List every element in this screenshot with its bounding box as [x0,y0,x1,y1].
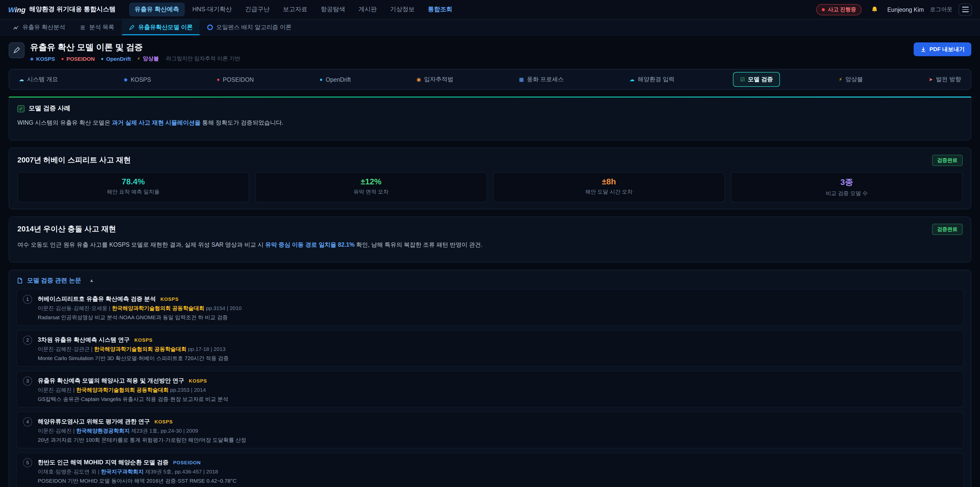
page-header-text: 유출유 확산 모델 이론 및 검증 ◆ KOSPS ● POSEIDON ● O [30,42,240,62]
tab-oil-fence-theory[interactable]: 오일펜스 배치 알고리즘 이론 [200,19,298,35]
section-tab-opendrift[interactable]: ●OpenDrift [312,72,358,87]
paper-number: 3 [23,376,32,385]
top-navbar: Wing 해양환경 위기대응 통합시스템 유출유 확산예측 HNS·대기확산 긴… [0,0,980,19]
case-2014-text: 여수 오동도 인근 원유 유출 사고를 KOSPS 모델로 재현한 결과, 실제… [18,241,963,249]
paper-pub: 제39권 5호, pp.436-457 | 2018 [145,468,218,474]
tab-spill-model-theory[interactable]: 유출유확산모델 이론 [122,19,199,35]
paper-title: 3차원 유출유 확산예측 시스템 연구 [38,336,130,342]
case-2014-card: 2014년 우이산 충돌 사고 재현 검증완료 여수 오동도 인근 원유 유출 … [9,217,971,262]
section-tab-ocean-input[interactable]: ☁해양환경 입력 [622,72,682,87]
app-title: 해양환경 위기대응 통합시스템 [29,5,116,14]
paper-number: 5 [23,458,32,467]
tab-analysis-list[interactable]: 분석 목록 [73,19,121,35]
stat-slick-area-error: ±12% 유막 면적 오차 [255,172,487,202]
section-tab-particle-tracking[interactable]: ◉입자추적법 [409,72,460,87]
intro-text-link[interactable]: 과거 실제 사고 재현 시뮬레이션을 [112,120,201,126]
validation-papers-card: 모델 검증 관련 논문 ▲ 1 허베이스피리트호 유출유 확산예측 검증 분석K… [9,270,971,487]
menu-icon[interactable] [959,3,972,16]
paper-model-badge: KOSPS [161,296,179,302]
page-tagline: 라그랑지안 입자추적 이론 기반 [166,55,240,62]
grid-icon: ▦ [519,77,524,82]
app-logo[interactable]: Wing 해양환경 위기대응 통합시스템 [8,5,116,14]
badge-ensemble: ⚡ 앙상블 [137,55,159,62]
sub-tab-bar: 유출유 확산분석 분석 목록 유출유확산모델 이론 오일펜스 배치 알고리즘 이… [0,19,980,36]
page-title: 유출유 확산 모델 이론 및 검증 [30,42,240,51]
check-icon: ☑ [740,77,745,82]
dot-icon: ● [61,56,64,61]
paper-row[interactable]: 1 허베이스피리트호 유출유 확산예측 검증 분석KOSPS 이문진·김선동·김… [16,289,964,326]
paper-model-badge: KOSPS [155,418,173,424]
nav-item-reports[interactable]: 보고자료 [277,3,313,16]
paper-model-badge: KOSPS [189,378,207,383]
section-tab-model-validation[interactable]: ☑모델 검증 [733,72,780,87]
paper-authors: 이문진·김혜진·강관근 [38,345,89,352]
incident-label: 사고 진행중 [828,6,856,13]
paper-pub: 제23권 1호, pp.24-30 | 2009 [131,427,198,433]
nav-item-aerial-search[interactable]: 항공탐색 [315,3,351,16]
nav-item-board[interactable]: 게시판 [353,3,382,16]
nav-item-spill-prediction[interactable]: 유출유 확산예측 [129,3,185,16]
paper-body: 3차원 유출유 확산예측 시스템 연구KOSPS 이문진·김혜진·강관근 | 한… [38,334,229,362]
app-root: Wing 해양환경 위기대응 통합시스템 유출유 확산예측 HNS·대기확산 긴… [0,0,980,487]
diamond-icon: ◆ [30,56,34,61]
section-tab-label: 모델 검증 [748,76,773,83]
section-tab-future-direction[interactable]: ➤발전 방향 [921,72,968,87]
paper-row[interactable]: 4 해양유류오염사고 위해도 평가에 관한 연구KOSPS 이문진·김혜진 | … [16,411,964,448]
paper-row[interactable]: 5 한반도 인근 해역 MOHID 지역 해양순환 모델 검증POSEIDON … [16,452,964,487]
notification-bell-icon[interactable] [868,3,881,16]
paper-body: 유출유 확산예측 모델의 해양사고 적용 및 개선방안 연구KOSPS 이문진·… [38,375,228,403]
badge-label: KOSPS [36,56,55,62]
paper-description: Radarsat 인공위성영상 비교 분석·NOAA GNOME과 동일 입력조… [38,314,242,321]
paper-description: 20년 과거자료 기반 100회 몬테카를로 통계 위험평가·가로림만 해안/어… [38,436,246,444]
section-tab-overview[interactable]: ☁시스템 개요 [12,72,65,87]
paper-journal: 한국해양과학기술협의회 공동학술대회 [76,386,169,393]
model-badge-row: ◆ KOSPS ● POSEIDON ● OpenDrift ⚡ [30,55,240,62]
verified-badge: 검증완료 [932,224,963,235]
nav-item-weather[interactable]: 기상정보 [384,3,420,16]
circle-node-icon [207,24,213,30]
pdf-export-label: PDF 내보내기 [929,45,965,53]
tab-label: 분석 목록 [89,24,114,31]
chart-icon [13,24,19,30]
paper-row[interactable]: 3 유출유 확산예측 모델의 해양사고 적용 및 개선방안 연구KOSPS 이문… [16,370,964,407]
paper-authors: 이문진·김혜진 [38,386,72,393]
papers-collapse-header[interactable]: 모델 검증 관련 논문 ▲ [16,276,964,285]
section-tab-weathering[interactable]: ▦풍화 프로세스 [512,72,571,87]
paper-body: 허베이스피리트호 유출유 확산예측 검증 분석KOSPS 이문진·김선동·김혜진… [38,294,242,321]
papers-title: 모델 검증 관련 논문 [27,276,81,285]
intro-text-post: 통해 정확도가 검증되었습니다. [200,120,283,126]
section-tab-kosps[interactable]: ◆KOSPS [117,72,158,87]
logout-button[interactable]: 로그아웃 [930,6,953,13]
case-2007-stats: 78.4% 해안 표착 예측 일치율 ±12% 유막 면적 오차 ±8h 해안 … [18,172,963,202]
paper-description: Monte Carlo Simulation 기반 3D 확산모델·허베이 스피… [38,355,229,362]
pdf-export-button[interactable]: PDF 내보내기 [914,42,971,56]
paper-authors: 이문진·김선동·김혜진·오세웅 [38,305,107,311]
nav-item-hns-atmospheric[interactable]: HNS·대기확산 [187,3,238,16]
nav-item-emergency-rescue[interactable]: 긴급구난 [239,3,275,16]
stat-value: ±8h [498,177,720,187]
paper-pub: pp.3154 | 2010 [206,305,242,311]
paper-journal: 한국해양과학기술협의회 공동학술대회 [94,345,186,352]
case-text-link[interactable]: 유막 중심 이동 경로 일치율 82.1% [265,241,355,248]
paper-description: POSEIDON 기반 MOHID 모델 동아시아 해역 2016년 검증·SS… [38,477,237,484]
paper-model-badge: POSEIDON [173,460,200,465]
paper-pub: pp.17-18 | 2013 [188,345,226,352]
section-tab-ensemble[interactable]: ⚡앙상블 [832,72,870,87]
pen-icon [129,24,135,30]
paper-description: GS칼텍스 송유관·Captain Vangelis 유출사고 적용 검증·현장… [38,396,228,403]
section-tab-label: 풍화 프로세스 [527,76,564,83]
meta-separator: | [109,305,110,311]
badge-label: 앙상블 [143,55,159,62]
case-2007-card: 2007년 허베이 스피리트 사고 재현 검증완료 78.4% 해안 표착 예측… [9,148,971,209]
nav-item-integrated-search[interactable]: 통합조회 [422,3,458,16]
paper-number: 1 [23,294,32,303]
tab-spill-analysis[interactable]: 유출유 확산분석 [6,19,72,35]
navbar-left: Wing 해양환경 위기대응 통합시스템 유출유 확산예측 HNS·대기확산 긴… [8,3,458,16]
section-tab-poseidon[interactable]: ●POSEIDON [210,72,261,87]
document-icon [16,277,23,284]
stat-label: 해안 표착 예측 일치율 [22,188,245,196]
meta-separator: | [73,386,75,393]
paper-row[interactable]: 2 3차원 유출유 확산예측 시스템 연구KOSPS 이문진·김혜진·강관근 |… [16,330,964,366]
validation-intro-text: WING 시스템의 유출유 확산 모델은 과거 실제 사고 재현 시뮬레이션을 … [18,118,963,128]
incident-status-badge[interactable]: 사고 진행중 [816,4,862,15]
